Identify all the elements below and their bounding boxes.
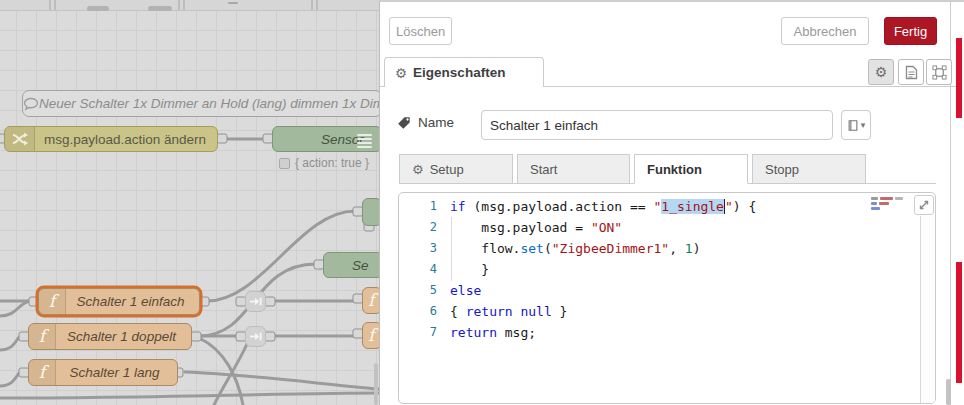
link-node[interactable]: [245, 326, 266, 347]
change-node[interactable]: msg.payload.action ändern: [4, 126, 218, 152]
code-line[interactable]: 5else: [399, 280, 935, 301]
change-swap-icon: [5, 127, 35, 151]
wire: [0, 393, 379, 398]
tab-label: Funktion: [647, 162, 702, 177]
line-number: 2: [399, 217, 450, 238]
tag-icon: [397, 116, 411, 130]
code-lines[interactable]: 1if (msg.payload.action == "1_single") {…: [399, 196, 935, 343]
line-number: 6: [399, 301, 450, 322]
node-status: { action: true }: [279, 156, 369, 170]
clipped-sensor-label: Se: [352, 258, 369, 273]
function-f-icon: f: [39, 289, 66, 314]
clipped-green-node[interactable]: [362, 198, 379, 226]
hamburger-icon: [357, 134, 372, 150]
comment-label: Neuer Schalter 1x Dimmer an Hold (lang) …: [39, 96, 379, 111]
code-text: else: [450, 280, 481, 301]
code-text: msg.payload = "ON": [450, 217, 622, 238]
tab-setup[interactable]: ⚙Setup: [399, 154, 513, 184]
function-f-icon: f: [29, 324, 56, 349]
editor-scroll-gutter[interactable]: [920, 216, 935, 403]
function-f-icon: f: [29, 360, 56, 385]
canvas-scrollbar-thumb[interactable]: [374, 363, 378, 405]
code-line[interactable]: 7return msg;: [399, 322, 935, 343]
gear-icon: ⚙: [395, 65, 407, 81]
right-scrollbar-thumb[interactable]: [946, 379, 951, 405]
change-node-label: msg.payload.action ändern: [35, 132, 206, 147]
port[interactable]: [217, 134, 227, 143]
appearance-view-button[interactable]: [926, 59, 952, 85]
book-icon: [847, 119, 859, 132]
code-line[interactable]: 4 }: [399, 259, 935, 280]
document-icon: [905, 65, 918, 80]
edit-dialog: Löschen Abbrechen Fertig ⚙ Eigenschaften…: [379, 0, 964, 405]
tab-stopp[interactable]: Stopp: [752, 154, 866, 184]
label-options-button[interactable]: ▾: [841, 110, 871, 140]
tab-label: Stopp: [765, 162, 799, 177]
editor-expand-button[interactable]: [914, 195, 934, 215]
frame-icon: [932, 65, 947, 80]
code-text: return msg;: [450, 322, 536, 343]
code-line[interactable]: 1if (msg.payload.action == "1_single") {: [399, 196, 935, 217]
code-text: flow.set("ZigbeeDimmer1", 1): [450, 238, 700, 259]
tab-funktion[interactable]: Funktion: [634, 154, 748, 184]
description-view-button[interactable]: [898, 59, 924, 85]
cancel-button[interactable]: Abbrechen: [781, 17, 869, 45]
status-square-icon: [279, 158, 290, 169]
flow-canvas[interactable]: Neuer Schalter 1x Dimmer an Hold (lang) …: [0, 0, 379, 405]
done-button[interactable]: Fertig: [884, 17, 937, 45]
link-arrow-icon: [249, 295, 262, 308]
port[interactable]: [265, 332, 275, 341]
wire: [0, 372, 21, 386]
clipped-function-node[interactable]: f: [362, 287, 379, 314]
properties-view-button[interactable]: ⚙: [868, 59, 894, 85]
properties-tab-label: Eigenschaften: [413, 65, 505, 80]
function-f-icon: f: [363, 327, 374, 344]
tab-label: Start: [530, 162, 557, 177]
delete-button[interactable]: Löschen: [389, 17, 452, 45]
editor-minimap: [871, 197, 911, 212]
node-red-editor: Neuer Schalter 1x Dimmer an Hold (lang) …: [0, 0, 964, 405]
speech-bubble-icon: [23, 97, 39, 111]
status-label: { action: true }: [295, 156, 369, 170]
sensor-node[interactable]: Sensor: [272, 126, 379, 152]
caret-down-icon: ▾: [861, 120, 866, 130]
code-text: }: [450, 259, 489, 280]
tab-start[interactable]: Start: [517, 154, 630, 184]
tab-properties[interactable]: ⚙ Eigenschaften: [384, 57, 544, 87]
name-input[interactable]: [481, 110, 833, 140]
gear-icon: ⚙: [875, 64, 888, 80]
wire: [185, 372, 379, 389]
line-number: 5: [399, 280, 450, 301]
wire: [0, 336, 21, 350]
gear-icon: ⚙: [412, 162, 424, 177]
code-text: if (msg.payload.action == "1_single") {: [450, 196, 756, 217]
function-node[interactable]: fSchalter 1 lang: [28, 359, 178, 386]
line-number: 4: [399, 259, 450, 280]
name-row: Name: [397, 115, 454, 130]
function-node-label: Schalter 1 doppelt: [56, 329, 191, 344]
function-node-label: Schalter 1 einfach: [66, 294, 199, 309]
wire: [0, 301, 31, 316]
function-node-label: Schalter 1 lang: [56, 365, 177, 380]
function-node[interactable]: fSchalter 1 doppelt: [28, 323, 192, 350]
port[interactable]: [199, 297, 209, 306]
link-arrow-icon: [249, 330, 262, 343]
code-line[interactable]: 3 flow.set("ZigbeeDimmer1", 1): [399, 238, 935, 259]
expand-icon: [918, 199, 930, 211]
line-number: 7: [399, 322, 450, 343]
link-node[interactable]: [245, 291, 266, 312]
name-label: Name: [418, 115, 454, 130]
line-number: 1: [399, 196, 450, 217]
overview-red-mark: [956, 38, 962, 118]
clipped-function-node[interactable]: f: [362, 322, 379, 349]
overview-red-mark: [956, 262, 962, 383]
port[interactable]: [265, 297, 275, 306]
code-editor[interactable]: 1if (msg.payload.action == "1_single") {…: [398, 192, 936, 404]
comment-node[interactable]: Neuer Schalter 1x Dimmer an Hold (lang) …: [22, 90, 379, 117]
function-node[interactable]: fSchalter 1 einfach: [38, 288, 200, 315]
code-line[interactable]: 2 msg.payload = "ON": [399, 217, 935, 238]
clipped-sensor-node[interactable]: Se: [323, 252, 379, 278]
code-line[interactable]: 6{ return null }: [399, 301, 935, 322]
port[interactable]: [191, 332, 201, 341]
code-text: { return null }: [450, 301, 567, 322]
